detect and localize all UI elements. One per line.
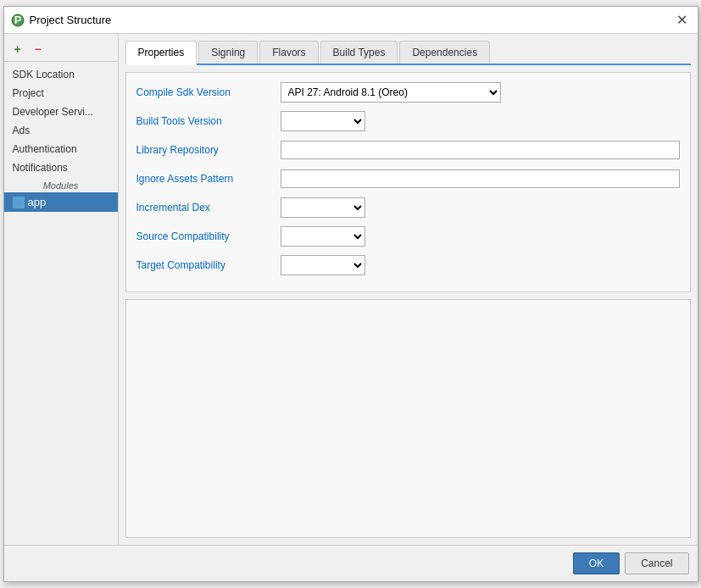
source-compat-row: Source Compatibility [136, 225, 680, 247]
compile-sdk-select[interactable]: API 27: Android 8.1 (Oreo) [281, 82, 501, 103]
remove-module-button[interactable]: − [30, 41, 47, 58]
compile-sdk-control: API 27: Android 8.1 (Oreo) [281, 82, 680, 103]
sidebar-toolbar: + − [4, 37, 118, 62]
sidebar-item-project[interactable]: Project [4, 84, 118, 103]
project-structure-dialog: P Project Structure ✕ + − SDK Location P… [3, 6, 698, 582]
incremental-dex-select[interactable] [281, 197, 365, 218]
dialog-footer: OK Cancel [4, 545, 698, 581]
ignore-assets-row: Ignore Assets Pattern [136, 168, 680, 190]
tabs-bar: Properties Signing Flavors Build Types D… [125, 41, 691, 65]
target-compat-select[interactable] [281, 255, 365, 275]
title-bar-left: P Project Structure [11, 14, 112, 27]
build-tools-select[interactable] [281, 111, 365, 131]
dialog-title: Project Structure [30, 14, 112, 26]
main-content: + − SDK Location Project Developer Servi… [4, 34, 698, 545]
sidebar: + − SDK Location Project Developer Servi… [4, 34, 119, 545]
tab-properties[interactable]: Properties [125, 41, 198, 65]
build-tools-row: Build Tools Version [136, 110, 680, 132]
add-module-button[interactable]: + [9, 41, 26, 58]
library-repo-control [281, 141, 680, 159]
library-repo-input[interactable] [281, 141, 680, 159]
dialog-icon: P [11, 14, 25, 27]
sidebar-item-authentication[interactable]: Authentication [4, 140, 118, 158]
target-compat-control [281, 255, 680, 275]
modules-section-label: Modules [4, 177, 118, 192]
svg-text:P: P [14, 14, 21, 26]
properties-form: Compile Sdk Version API 27: Android 8.1 … [125, 72, 691, 292]
source-compat-select[interactable] [281, 226, 365, 247]
close-button[interactable]: ✕ [674, 12, 691, 29]
tab-content-properties: Compile Sdk Version API 27: Android 8.1 … [125, 72, 691, 538]
compile-sdk-label: Compile Sdk Version [136, 86, 281, 98]
target-compat-label: Target Compatibility [136, 259, 281, 271]
tab-dependencies[interactable]: Dependencies [399, 41, 490, 64]
app-module-icon [13, 197, 25, 208]
tab-signing[interactable]: Signing [198, 41, 258, 64]
sidebar-item-developer-services[interactable]: Developer Servi... [4, 103, 118, 121]
sidebar-item-notifications[interactable]: Notifications [4, 158, 118, 177]
sidebar-item-ads[interactable]: Ads [4, 121, 118, 140]
sidebar-item-app[interactable]: app [4, 192, 118, 212]
target-compat-row: Target Compatibility [136, 254, 680, 276]
library-repo-row: Library Repository [136, 139, 680, 161]
sidebar-app-label: app [28, 196, 47, 208]
build-tools-label: Build Tools Version [136, 115, 281, 127]
incremental-dex-label: Incremental Dex [136, 202, 281, 214]
source-compat-control [281, 226, 680, 247]
title-bar: P Project Structure ✕ [4, 7, 698, 34]
build-tools-control [281, 111, 680, 131]
ignore-assets-label: Ignore Assets Pattern [136, 173, 281, 185]
cancel-button[interactable]: Cancel [625, 552, 688, 574]
library-repo-label: Library Repository [136, 144, 281, 156]
sidebar-item-sdk-location[interactable]: SDK Location [4, 65, 118, 84]
incremental-dex-control [281, 197, 680, 218]
incremental-dex-row: Incremental Dex [136, 197, 680, 219]
sidebar-app-item-content: app [13, 196, 109, 208]
ignore-assets-control [281, 169, 680, 188]
source-compat-label: Source Compatibility [136, 230, 281, 242]
ignore-assets-input[interactable] [281, 169, 680, 188]
ok-button[interactable]: OK [573, 552, 620, 574]
compile-sdk-row: Compile Sdk Version API 27: Android 8.1 … [136, 81, 680, 103]
tab-flavors[interactable]: Flavors [259, 41, 318, 64]
right-panel: Properties Signing Flavors Build Types D… [119, 34, 698, 545]
empty-content-area [125, 299, 691, 538]
tab-build-types[interactable]: Build Types [320, 41, 398, 64]
